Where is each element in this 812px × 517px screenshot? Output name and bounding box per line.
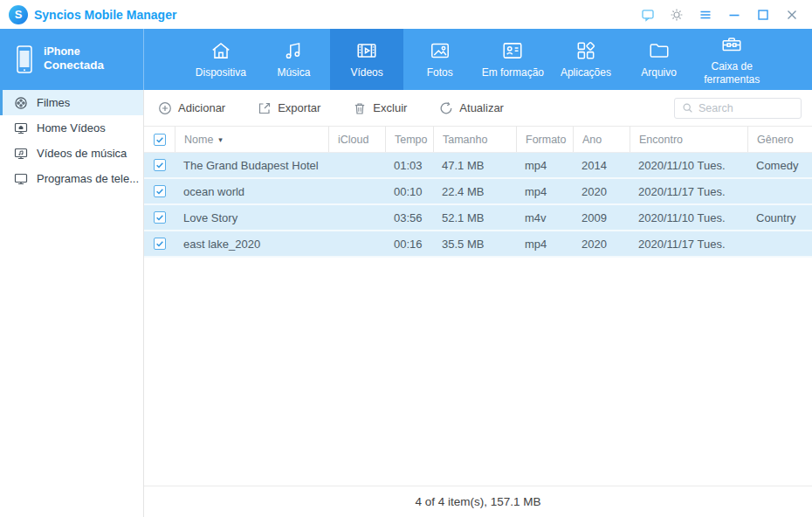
column-label: iCloud	[338, 134, 368, 146]
adicionar-button[interactable]: Adicionar	[158, 101, 225, 115]
tab-videos[interactable]: Vídeos	[330, 29, 403, 90]
column-header-genero[interactable]: Gênero	[747, 127, 812, 152]
toolbar-button-label: Atualizar	[459, 101, 504, 114]
row-checkbox[interactable]	[154, 238, 166, 250]
tab-label: Fotos	[427, 66, 453, 79]
row-checkbox-cell	[144, 238, 175, 250]
tv-icon	[14, 172, 28, 186]
sidebar-item-label: Vídeos de música	[37, 147, 127, 160]
close-icon[interactable]	[784, 7, 800, 23]
column-header-tamanho[interactable]: Tamanho	[433, 127, 516, 152]
column-label: Encontro	[639, 134, 683, 146]
column-header-tempo[interactable]: Tempo	[385, 127, 433, 152]
cell-encontro: 2020/11/10 Tues.	[630, 159, 747, 172]
navbar: iPhone Conectada Dispositiva Mús	[0, 29, 812, 90]
window-controls	[640, 7, 800, 23]
row-checkbox-cell	[144, 185, 175, 197]
device-name: iPhone	[44, 45, 104, 59]
cell-genero: Country	[747, 211, 812, 224]
cell-tamanho: 47.1 MB	[433, 159, 516, 172]
tab-arquivo[interactable]: Arquivo	[623, 29, 696, 90]
excluir-button[interactable]: Excluir	[353, 101, 407, 115]
refresh-icon	[439, 101, 453, 115]
tab-em-formacao[interactable]: Em formação	[477, 29, 550, 90]
table-header: Nome ▾ iCloud Tempo Tamanho Formato Ano …	[144, 127, 812, 153]
toolbar-button-label: Adicionar	[178, 101, 225, 114]
cell-tamanho: 52.1 MB	[433, 211, 516, 224]
cell-tempo: 00:10	[385, 185, 433, 198]
home-icon	[210, 39, 232, 62]
tab-caixa-de-ferramentas[interactable]: Caixa de ferramentas	[695, 29, 768, 90]
nav-tabs: Dispositiva Música	[184, 29, 768, 90]
photo-icon	[429, 39, 451, 62]
table-row[interactable]: ocean world 00:10 22.4 MB mp4 2020 2020/…	[144, 179, 812, 205]
table-row[interactable]: east lake_2020 00:16 35.5 MB mp4 2020 20…	[144, 231, 812, 258]
syncios-logo-icon: S	[9, 5, 28, 24]
cell-nome: Love Story	[175, 211, 328, 224]
column-header-ano[interactable]: Ano	[573, 127, 630, 152]
row-checkbox-cell	[144, 159, 175, 171]
cell-ano: 2020	[573, 238, 630, 251]
menu-icon[interactable]	[698, 7, 713, 23]
cell-nome: The Grand Budapest Hotel	[175, 159, 328, 172]
table-row[interactable]: Love Story 03:56 52.1 MB m4v 2009 2020/1…	[144, 205, 812, 231]
cell-tamanho: 22.4 MB	[433, 185, 516, 198]
tab-label: Em formação	[482, 66, 544, 79]
contact-card-icon	[501, 39, 524, 62]
cell-ano: 2020	[573, 185, 630, 198]
atualizar-button[interactable]: Atualizar	[439, 101, 504, 115]
minimize-icon[interactable]	[726, 7, 742, 23]
column-label: Gênero	[757, 134, 794, 146]
sort-desc-icon[interactable]: ▾	[218, 135, 223, 144]
film-strip-icon	[355, 39, 378, 62]
sidebar-item-programas-de-tele[interactable]: Programas de tele...	[0, 166, 143, 191]
sidebar-item-filmes[interactable]: Filmes	[0, 90, 143, 115]
row-checkbox[interactable]	[154, 185, 166, 197]
device-status: Conectada	[44, 59, 104, 73]
exportar-button[interactable]: Exportar	[258, 101, 320, 115]
app-window: S Syncios Mobile Manager	[0, 0, 812, 517]
titlebar: S Syncios Mobile Manager	[0, 0, 812, 29]
column-header-encontro[interactable]: Encontro	[630, 127, 747, 152]
tab-aplicacoes[interactable]: Aplicações	[549, 29, 623, 90]
tab-fotos[interactable]: Fotos	[403, 29, 477, 90]
trash-icon	[353, 101, 367, 115]
tv-music-icon	[14, 147, 28, 161]
tab-dispositiva[interactable]: Dispositiva	[184, 29, 258, 90]
cell-genero: Comedy	[747, 159, 812, 172]
cell-encontro: 2020/11/17 Tues.	[630, 238, 747, 251]
search-box[interactable]	[674, 98, 802, 119]
smartphone-icon	[14, 45, 35, 74]
settings-gear-icon[interactable]	[669, 7, 685, 23]
cell-formato: mp4	[516, 185, 573, 198]
column-header-nome[interactable]: Nome ▾	[175, 127, 328, 152]
sidebar-item-videos-de-musica[interactable]: Vídeos de música	[0, 141, 143, 166]
main-area: Filmes Home Vídeos	[0, 90, 812, 517]
device-panel[interactable]: iPhone Conectada	[0, 29, 144, 90]
feedback-bubble-icon[interactable]	[640, 7, 656, 23]
column-header-formato[interactable]: Formato	[516, 127, 573, 152]
sidebar-item-home-videos[interactable]: Home Vídeos	[0, 115, 143, 141]
cell-formato: mp4	[516, 238, 573, 251]
toolbar: Adicionar Exportar	[144, 90, 812, 127]
empty-area	[144, 258, 812, 486]
select-all-checkbox[interactable]	[144, 127, 175, 152]
search-input[interactable]	[698, 102, 794, 114]
cell-formato: m4v	[516, 211, 573, 224]
export-arrow-icon	[258, 101, 272, 115]
column-label: Tamanho	[443, 134, 487, 146]
toolbar-button-label: Exportar	[278, 101, 320, 114]
table-row[interactable]: The Grand Budapest Hotel 01:03 47.1 MB m…	[144, 153, 812, 179]
row-checkbox[interactable]	[154, 211, 166, 224]
tab-musica[interactable]: Música	[258, 29, 331, 90]
column-label: Tempo	[395, 134, 428, 146]
maximize-icon[interactable]	[755, 7, 771, 23]
checkbox[interactable]	[154, 134, 166, 146]
column-header-icloud[interactable]: iCloud	[328, 127, 385, 152]
film-reel-icon	[14, 96, 28, 110]
row-checkbox-cell	[144, 211, 175, 224]
column-label: Nome	[184, 134, 213, 146]
plus-circle-icon	[158, 101, 172, 115]
row-checkbox[interactable]	[154, 159, 166, 171]
tab-label: Dispositiva	[196, 66, 246, 79]
